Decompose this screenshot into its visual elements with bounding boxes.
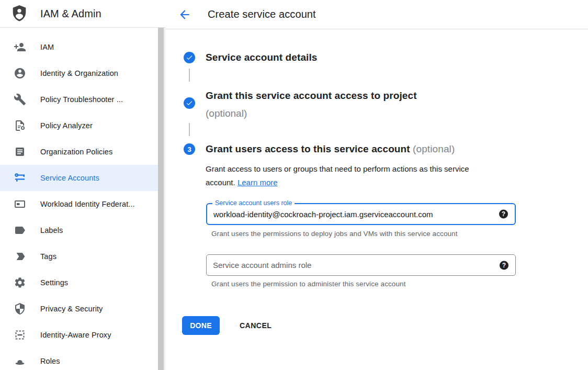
step2-title: Grant this service account access to pro… bbox=[206, 87, 417, 122]
service-account-key-icon bbox=[14, 172, 26, 184]
policy-analyzer-icon bbox=[14, 119, 26, 132]
sidebar-item-label: Identity & Organization bbox=[40, 69, 118, 77]
sidebar-item-identity-aware-proxy[interactable]: Identity-Aware Proxy bbox=[0, 322, 158, 348]
document-lines-icon bbox=[14, 145, 26, 158]
hat-icon bbox=[14, 355, 26, 367]
sidebar-item-labels[interactable]: Labels bbox=[0, 217, 158, 243]
tag-arrow-icon bbox=[14, 250, 26, 263]
cancel-button[interactable]: CANCEL bbox=[235, 316, 276, 335]
sidebar-item-label: IAM bbox=[40, 43, 54, 51]
main-panel: Create service account Service account d… bbox=[165, 0, 588, 370]
sidebar-item-label: Policy Troubleshooter ... bbox=[40, 95, 123, 104]
sidebar-item-policy-analyzer[interactable]: Policy Analyzer bbox=[0, 113, 158, 139]
sidebar-scrollbar-thumb[interactable] bbox=[158, 28, 164, 370]
users-role-field: Service account users role ? bbox=[206, 203, 516, 225]
sidebar-item-iam[interactable]: IAM bbox=[0, 34, 158, 60]
sidebar-item-settings[interactable]: Settings bbox=[0, 270, 158, 296]
arrow-back-icon bbox=[178, 8, 191, 21]
back-button[interactable] bbox=[178, 8, 191, 21]
wrench-icon bbox=[14, 93, 26, 106]
label-icon bbox=[14, 224, 26, 237]
done-button[interactable]: DONE bbox=[182, 316, 220, 335]
step-connector bbox=[189, 69, 190, 82]
product-title: IAM & Admin bbox=[40, 8, 101, 20]
sidebar-item-label: Organization Policies bbox=[40, 148, 112, 156]
page-title: Create service account bbox=[208, 8, 316, 20]
step2-title-text: Grant this service account access to pro… bbox=[206, 90, 417, 101]
card-icon bbox=[14, 198, 26, 210]
sidebar: IAM & Admin IAM Identity & Organization … bbox=[0, 0, 165, 370]
sidebar-item-service-accounts[interactable]: Service Accounts bbox=[0, 165, 158, 191]
learn-more-link[interactable]: Learn more bbox=[238, 178, 278, 187]
sidebar-item-label: Labels bbox=[40, 226, 63, 234]
sidebar-item-roles[interactable]: Roles bbox=[0, 348, 158, 370]
sidebar-item-workload-identity-federation[interactable]: Workload Identity Federat... bbox=[0, 191, 158, 217]
step3-description: Grant access to users or groups that nee… bbox=[206, 162, 500, 189]
step3-optional-label: (optional) bbox=[413, 143, 455, 154]
step3-title-text: Grant users access to this service accou… bbox=[206, 143, 410, 154]
step3-number-badge: 3 bbox=[184, 143, 195, 155]
sidebar-item-label: Tags bbox=[40, 252, 56, 261]
help-icon[interactable]: ? bbox=[500, 261, 508, 270]
users-role-helper-text: Grant users the permissions to deploy jo… bbox=[211, 230, 458, 238]
step2-optional-label: (optional) bbox=[206, 105, 417, 122]
step2-completed-check-icon bbox=[184, 97, 195, 109]
admins-role-helper-text: Grant users the permission to administer… bbox=[211, 280, 406, 288]
sidebar-header: IAM & Admin bbox=[0, 0, 165, 28]
sidebar-item-label: Settings bbox=[40, 278, 68, 287]
step-connector bbox=[189, 123, 190, 136]
sidebar-item-label: Workload Identity Federat... bbox=[40, 200, 135, 208]
create-service-account-form: Service account details Grant this servi… bbox=[165, 29, 588, 370]
gear-icon bbox=[14, 276, 26, 289]
sidebar-item-privacy-security[interactable]: Privacy & Security bbox=[0, 296, 158, 322]
sidebar-item-label: Privacy & Security bbox=[40, 305, 103, 313]
sidebar-item-tags[interactable]: Tags bbox=[0, 243, 158, 270]
sidebar-nav: IAM Identity & Organization Policy Troub… bbox=[0, 34, 158, 370]
admins-role-input[interactable] bbox=[207, 255, 492, 275]
sidebar-item-identity-organization[interactable]: Identity & Organization bbox=[0, 60, 158, 86]
sidebar-item-policy-troubleshooter[interactable]: Policy Troubleshooter ... bbox=[0, 86, 158, 113]
step1-completed-check-icon bbox=[184, 52, 195, 63]
step1-title: Service account details bbox=[206, 51, 318, 64]
iam-admin-console: IAM & Admin IAM Identity & Organization … bbox=[0, 0, 588, 370]
identity-person-icon bbox=[14, 67, 26, 80]
shield-half-icon bbox=[14, 302, 26, 315]
step3-title: Grant users access to this service accou… bbox=[206, 142, 455, 156]
step3-number: 3 bbox=[187, 145, 191, 153]
sidebar-item-label: Roles bbox=[40, 357, 60, 365]
proxy-frame-icon bbox=[14, 329, 26, 341]
sidebar-item-organization-policies[interactable]: Organization Policies bbox=[0, 139, 158, 165]
page-header: Create service account bbox=[165, 0, 588, 29]
sidebar-item-label: Policy Analyzer bbox=[40, 121, 93, 130]
sidebar-item-label: Service Accounts bbox=[40, 174, 99, 182]
users-role-input[interactable] bbox=[207, 204, 492, 224]
admins-role-field: ? bbox=[206, 254, 516, 276]
person-add-icon bbox=[14, 41, 26, 53]
help-icon[interactable]: ? bbox=[499, 210, 508, 219]
iam-shield-icon bbox=[12, 5, 27, 22]
sidebar-item-label: Identity-Aware Proxy bbox=[40, 331, 111, 339]
